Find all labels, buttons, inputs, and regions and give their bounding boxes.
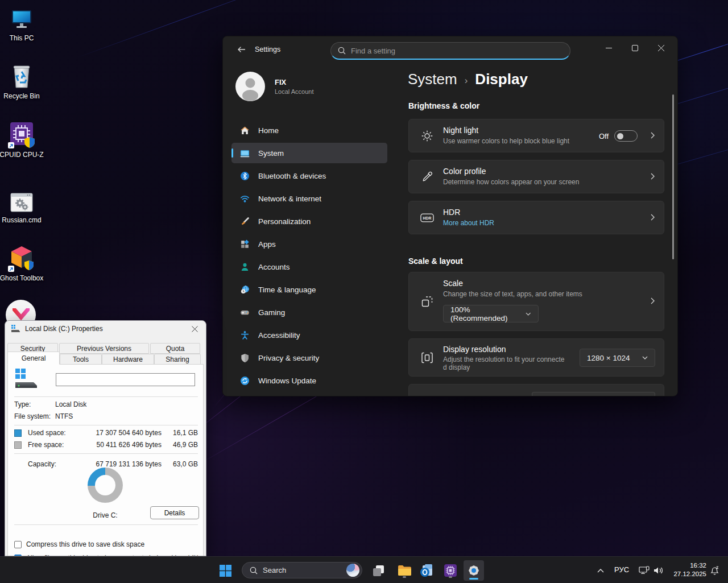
sidebar-item-time-language[interactable]: Time & language (231, 279, 387, 300)
svg-text:HDR: HDR (423, 216, 432, 220)
used-space-gb: 16,1 GB (162, 429, 198, 437)
night-light-toggle[interactable] (614, 130, 638, 142)
search-input[interactable] (351, 47, 563, 55)
partial-settings-card[interactable] (408, 384, 664, 396)
tab-sharing[interactable]: Sharing (154, 354, 201, 365)
network-ethernet-icon (639, 566, 650, 576)
scale-card[interactable]: Scale Change the size of text, apps, and… (408, 272, 664, 331)
close-button[interactable] (648, 36, 674, 59)
hdr-more-link[interactable]: More about HDR (443, 219, 494, 227)
shortcut-arrow-icon (8, 266, 14, 272)
language-indicator[interactable]: РУС (614, 565, 629, 574)
tab-previous-versions[interactable]: Previous Versions (59, 343, 149, 354)
hdr-title: HDR (443, 208, 494, 217)
tab-hardware[interactable]: Hardware (102, 354, 154, 365)
taskbar: Search (0, 556, 728, 583)
resolution-title: Display resolution (443, 345, 577, 354)
settings-scrollbar[interactable] (672, 94, 674, 259)
task-view-button[interactable] (371, 563, 386, 578)
tray-overflow-button[interactable] (594, 564, 607, 577)
ghost-toolbox-cube-icon (0, 245, 44, 272)
bell-dnd-icon (710, 566, 719, 576)
shield-icon (240, 353, 250, 363)
details-button[interactable]: Details (150, 506, 199, 519)
time-language-icon (240, 285, 250, 295)
desktop-icon-russian-cmd[interactable]: Russian.cmd (0, 187, 44, 224)
desktop-icon-this-pc[interactable]: This PC (0, 5, 44, 42)
tray-time: 16:32 (670, 561, 706, 570)
chevron-down-icon (642, 356, 648, 359)
night-light-subtitle: Use warmer colors to help block blue lig… (443, 137, 569, 145)
network-tray-button[interactable] (637, 564, 651, 577)
sidebar-item-gaming[interactable]: Gaming (231, 302, 387, 322)
sidebar-item-home[interactable]: Home (231, 120, 387, 140)
network-icon (240, 194, 250, 204)
section-brightness-color: Brightness & color (408, 101, 479, 110)
taskbar-search-label: Search (263, 566, 346, 574)
sidebar-item-bluetooth-devices[interactable]: Bluetooth & devices (231, 166, 387, 186)
hdr-card[interactable]: HDR HDR More about HDR (408, 201, 664, 234)
volume-label-input[interactable] (56, 373, 195, 386)
settings-taskbar-button[interactable] (464, 560, 484, 581)
accounts-person-icon (240, 262, 250, 272)
tab-general[interactable]: General (7, 352, 60, 365)
running-indicator (403, 576, 406, 578)
sidebar-item-windows-update[interactable]: Windows Update (231, 370, 387, 391)
personalization-brush-icon (240, 217, 250, 226)
minimize-icon (606, 45, 612, 51)
minimize-button[interactable] (595, 36, 622, 59)
tab-quota[interactable]: Quota (150, 343, 200, 354)
maximize-button[interactable] (622, 36, 648, 59)
color-profile-card[interactable]: Color profile Determine how colors appea… (408, 160, 664, 193)
windows-logo-icon (220, 565, 231, 577)
taskbar-search-box[interactable]: Search (242, 562, 362, 578)
tab-tools[interactable]: Tools (60, 354, 102, 365)
v-logo-icon (13, 308, 30, 322)
chevron-down-icon (526, 312, 531, 316)
display-resolution-card[interactable]: Display resolution Adjust the resolution… (408, 338, 664, 377)
file-explorer-button[interactable] (396, 562, 413, 579)
sidebar-item-privacy-security[interactable]: Privacy & security (231, 348, 387, 368)
sidebar-item-network-internet[interactable]: Network & internet (231, 188, 387, 209)
clock[interactable]: 16:32 27.12.2025 (670, 561, 706, 578)
compress-checkbox[interactable] (14, 541, 22, 548)
sidebar-item-accessibility[interactable]: Accessibility (231, 325, 387, 345)
free-space-bytes: 50 411 626 496 bytes (80, 441, 162, 449)
sidebar-item-accounts[interactable]: Accounts (231, 257, 387, 277)
used-space-label: Used space: (28, 429, 80, 437)
volume-tray-button[interactable] (652, 564, 665, 577)
scale-dropdown[interactable]: 100% (Recommended) (443, 305, 539, 322)
desktop-icon-recycle-bin[interactable]: Recycle Bin (0, 63, 44, 100)
gear-icon (467, 564, 481, 577)
accessibility-icon (240, 330, 250, 340)
resolution-dropdown[interactable]: 1280 × 1024 (580, 349, 655, 367)
used-space-bytes: 17 307 504 640 bytes (80, 429, 162, 437)
chevron-right-icon (651, 296, 655, 307)
compress-checkbox-label: Compress this drive to save disk space (26, 540, 144, 548)
scale-value: 100% (Recommended) (450, 305, 526, 322)
sidebar-item-apps[interactable]: Apps (231, 234, 387, 254)
breadcrumb-root[interactable]: System (408, 71, 457, 88)
bluetooth-icon (240, 171, 250, 181)
free-space-label: Free space: (28, 441, 80, 449)
local-disk-properties-dialog: Local Disk (C:) Properties Security Prev… (5, 320, 206, 556)
recycle-bin-icon (0, 63, 44, 90)
sidebar-item-system[interactable]: System (231, 143, 387, 163)
settings-search-box[interactable] (330, 42, 570, 60)
dialog-close-button[interactable] (183, 321, 206, 337)
night-light-card[interactable]: Night light Use warmer colors to help bl… (408, 119, 664, 152)
scale-subtitle: Change the size of text, apps, and other… (443, 290, 582, 298)
desktop-icon-cpu-z[interactable]: CPUID CPU-Z (0, 121, 44, 159)
free-space-legend-swatch (14, 441, 22, 449)
chevron-right-icon (651, 213, 655, 223)
user-account-block[interactable]: FIX Local Account (235, 72, 314, 101)
maximize-icon (632, 45, 638, 51)
sidebar-item-personalization[interactable]: Personalization (231, 211, 387, 231)
cpu-z-taskbar-button[interactable] (442, 562, 459, 579)
desktop-icon-ghost-toolbox[interactable]: Ghost Toolbox (0, 245, 44, 282)
close-icon (658, 45, 664, 51)
back-button[interactable] (232, 43, 250, 56)
notifications-tray-button[interactable] (708, 564, 721, 577)
outlook-button[interactable] (418, 562, 435, 579)
start-button[interactable] (217, 562, 234, 579)
